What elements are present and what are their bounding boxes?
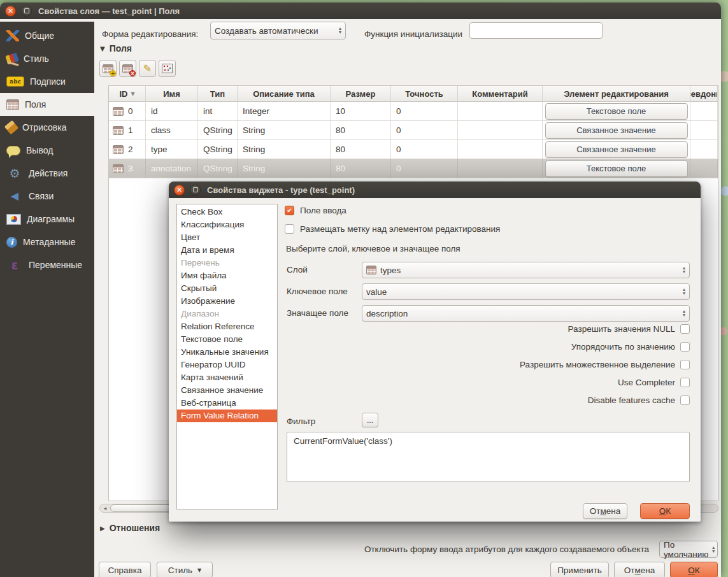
- label-on-top-checkbox[interactable]: [285, 224, 294, 234]
- sidebar-item[interactable]: Диаграммы: [0, 208, 94, 231]
- widget-type-item[interactable]: Form Value Relation: [177, 410, 277, 422]
- widget-type-item[interactable]: Relation Reference: [177, 320, 277, 333]
- widget-type-item[interactable]: Веб-страница: [177, 397, 277, 410]
- sidebar-item[interactable]: Поля: [0, 93, 94, 116]
- sidebar-item[interactable]: Отрисовка: [0, 116, 94, 139]
- close-icon[interactable]: ✕: [5, 6, 16, 17]
- widget-type-button[interactable]: Текстовое поле: [545, 103, 688, 120]
- sidebar-item-label: Подписи: [30, 76, 66, 87]
- sidebar-item[interactable]: Метаданные: [0, 231, 94, 253]
- widget-type-item[interactable]: Дата и время: [177, 244, 277, 257]
- table-row[interactable]: 1 class QString String 80 0 Связанное зн…: [109, 121, 718, 140]
- widget-type-item[interactable]: Скрытый: [177, 282, 277, 295]
- sidebar-item[interactable]: Связи: [0, 185, 94, 208]
- sidebar-item[interactable]: Общие: [0, 24, 94, 47]
- cell-type: QString: [198, 159, 238, 178]
- expression-builder-button[interactable]: ...: [362, 413, 378, 427]
- option-checkbox[interactable]: [680, 342, 690, 352]
- edit-form-value: Создавать автоматически: [215, 26, 318, 36]
- option-row: Разрешить значения NULL: [287, 324, 690, 334]
- widget-type-label: Check Box: [181, 207, 222, 217]
- widget-type-item[interactable]: Уникальные значения: [177, 346, 277, 359]
- widget-type-item[interactable]: Check Box: [177, 206, 277, 218]
- widget-type-item[interactable]: Цвет: [177, 231, 277, 244]
- dialog-ok-button[interactable]: ОК: [640, 503, 690, 519]
- option-checkbox[interactable]: [680, 395, 690, 405]
- ok-button[interactable]: ОК: [670, 562, 718, 577]
- option-checkbox[interactable]: [680, 378, 690, 387]
- widget-type-label: Изображение: [181, 296, 235, 306]
- table-header-cell[interactable]: Размер ▼: [331, 86, 391, 102]
- table-row[interactable]: 3 annotation QString String 80 0 Текстов…: [109, 159, 718, 178]
- close-icon[interactable]: ✕: [174, 185, 185, 196]
- apply-button[interactable]: Применить: [550, 562, 609, 577]
- editable-checkbox[interactable]: [285, 206, 294, 215]
- spinner-arrows-icon[interactable]: ▴▾: [683, 310, 685, 317]
- widget-type-item[interactable]: Изображение: [177, 295, 277, 308]
- spinner-arrows-icon[interactable]: ▴▾: [339, 27, 341, 34]
- table-header-cell[interactable]: ID ▼: [109, 86, 146, 102]
- widget-type-item[interactable]: Карта значений: [177, 371, 277, 384]
- option-checkbox[interactable]: [680, 360, 690, 369]
- option-row: Use Completer: [287, 378, 690, 387]
- widget-type-item[interactable]: Связанное значение: [177, 384, 277, 397]
- table-header-cell[interactable]: Имя ▼: [146, 86, 198, 102]
- add-field-button[interactable]: +: [99, 60, 117, 77]
- spinner-arrows-icon[interactable]: ▴▾: [683, 288, 685, 296]
- sidebar-item[interactable]: Стиль: [0, 47, 94, 70]
- widget-type-item[interactable]: Классификация: [177, 218, 277, 231]
- widget-type-label: Диапазон: [181, 309, 219, 318]
- sidebar-item[interactable]: Действия: [0, 162, 94, 185]
- widget-type-item[interactable]: Генератор UUID: [177, 359, 277, 371]
- widget-type-label: Классификация: [181, 220, 244, 229]
- widget-type-item[interactable]: Перечень: [177, 257, 277, 269]
- style-menu-button[interactable]: Стиль ▼: [157, 562, 213, 577]
- toggle-editing-button[interactable]: [139, 60, 156, 77]
- spinner-arrows-icon[interactable]: ▴▾: [712, 546, 715, 553]
- widget-type-item[interactable]: Имя файла: [177, 269, 277, 282]
- widget-type-button[interactable]: Связанное значение: [545, 141, 688, 158]
- scroll-left-arrow-icon[interactable]: ◂: [100, 505, 110, 511]
- filter-expression-input[interactable]: CurrentFormValue('class'): [287, 432, 690, 482]
- table-row[interactable]: 0 id int Integer 10 0 Текстовое поле: [109, 102, 718, 121]
- widget-type-item[interactable]: Текстовое поле: [177, 333, 277, 346]
- table-header-cell[interactable]: Псевдоним ▼: [690, 86, 718, 102]
- init-function-input[interactable]: [469, 22, 603, 39]
- suppress-form-combobox[interactable]: По умолчанию ▴▾: [659, 541, 718, 558]
- restore-icon[interactable]: [21, 6, 32, 17]
- spinner-arrows-icon[interactable]: ▴▾: [683, 266, 685, 274]
- widget-type-item[interactable]: Диапазон: [177, 308, 277, 320]
- layer-combobox[interactable]: types ▴▾: [362, 262, 690, 278]
- sidebar-item[interactable]: Вывод: [0, 139, 94, 162]
- value-field-combobox[interactable]: description ▴▾: [362, 305, 690, 322]
- option-checkbox[interactable]: [680, 324, 690, 334]
- cell-size: 80: [331, 140, 391, 159]
- delete-field-button[interactable]: ×: [119, 60, 136, 77]
- table-header-cell[interactable]: Точность ▼: [391, 86, 458, 102]
- table-header-cell[interactable]: Элемент редактирования ▼: [543, 86, 690, 102]
- widget-type-button[interactable]: Связанное значение: [545, 122, 688, 139]
- widget-type-label: Генератор UUID: [181, 360, 245, 369]
- help-button[interactable]: Справка: [99, 562, 151, 577]
- field-icon: [113, 145, 124, 154]
- fields-section-header[interactable]: ▼ Поля: [100, 43, 132, 53]
- table-header-cell[interactable]: Комментарий ▼: [458, 86, 543, 102]
- relations-section-header[interactable]: ▶ Отношения: [100, 523, 160, 533]
- main-titlebar[interactable]: ✕ Свойства слоя — test_point | Поля: [0, 3, 721, 19]
- sidebar-item[interactable]: Переменные: [0, 253, 94, 276]
- table-header-cell[interactable]: Тип ▼: [198, 86, 238, 102]
- cancel-button[interactable]: Отмена: [614, 562, 665, 577]
- edit-form-combobox[interactable]: Создавать автоматически ▴▾: [210, 22, 346, 39]
- cell-type: QString: [198, 121, 238, 140]
- table-header-cell[interactable]: Описание типа ▼: [238, 86, 331, 102]
- sidebar-item[interactable]: Подписи: [0, 70, 94, 93]
- restore-icon[interactable]: [190, 185, 201, 196]
- table-row[interactable]: 2 type QString String 80 0 Связанное зна…: [109, 140, 718, 159]
- field-calculator-button[interactable]: [159, 60, 176, 77]
- cell-alias: [690, 159, 718, 178]
- dialog-cancel-button[interactable]: Отмена: [583, 503, 627, 519]
- widget-type-button[interactable]: Текстовое поле: [545, 160, 688, 177]
- key-field-combobox[interactable]: value ▴▾: [362, 283, 690, 300]
- dialog-titlebar[interactable]: ✕ Свойства виджета - type (test_point): [169, 182, 701, 198]
- cell-name: id: [146, 102, 198, 121]
